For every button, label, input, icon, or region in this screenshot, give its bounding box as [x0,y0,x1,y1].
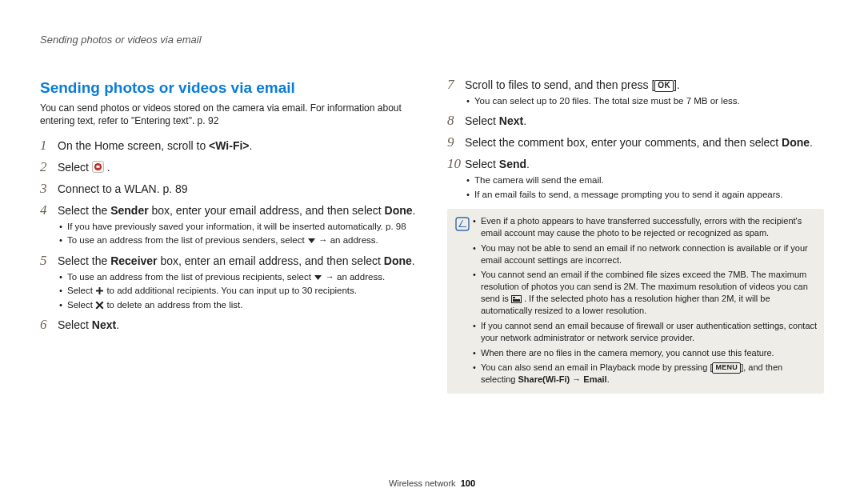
email-app-icon [92,161,104,173]
step-number: 10 [447,157,465,172]
note-item: You may not be able to send an email if … [473,242,819,266]
step-number: 6 [40,318,58,333]
page-number: 100 [461,478,475,488]
page-footer: Wireless network 100 [0,478,864,488]
sub-list: You can select up to 20 files. The total… [465,95,824,108]
note-box: Even if a photo appears to have transfer… [447,209,824,394]
note-item: If you cannot send an email because of f… [473,320,819,344]
two-column-layout: Sending photos or videos via email You c… [40,78,824,394]
step-number: 1 [40,138,58,154]
sub-item: To use an address from the list of previ… [58,271,417,284]
sub-item: If you have previously saved your inform… [58,221,417,234]
step-4: 4 Select the Sender box, enter your emai… [40,203,417,247]
note-list: Even if a photo appears to have transfer… [473,215,819,386]
x-icon [95,301,104,310]
step-number: 2 [40,160,58,175]
step-2: 2 Select . [40,160,417,175]
step-text: On the Home screen, scroll to <Wi-Fi>. [58,139,252,152]
step-text: Connect to a WLAN. p. 89 [58,182,188,195]
note-item: Even if a photo appears to have transfer… [473,215,819,239]
step-text: Select Next. [58,318,119,331]
ok-button-icon: OK [654,80,674,92]
sub-item: You can select up to 20 files. The total… [465,95,824,108]
sub-list: To use an address from the list of previ… [58,271,417,312]
chevron-down-icon [314,274,322,282]
sub-list: If you have previously saved your inform… [58,221,417,247]
step-1: 1 On the Home screen, scroll to <Wi-Fi>. [40,138,417,154]
section-title: Sending photos or videos via email [40,78,417,98]
manual-page: Sending photos or videos via email Sendi… [0,0,864,504]
intro-paragraph: You can send photos or videos stored on … [40,102,417,127]
step-3: 3 Connect to a WLAN. p. 89 [40,182,417,197]
right-column: 7 Scroll to files to send, and then pres… [447,78,824,394]
left-column: Sending photos or videos via email You c… [40,78,417,394]
step-number: 3 [40,182,58,197]
sub-item: If an email fails to send, a message pro… [465,189,824,202]
plus-icon [95,286,104,295]
running-head: Sending photos or videos via email [40,34,824,46]
step-text: Select . [58,161,110,174]
menu-button-icon: MENU [712,362,741,374]
note-item: When there are no files in the camera me… [473,347,819,359]
chevron-down-icon [307,237,316,245]
step-number: 5 [40,254,58,269]
video-resolution-icon [511,295,522,303]
svg-rect-5 [513,297,515,298]
svg-rect-2 [96,166,99,168]
note-item: You can also send an email in Playback m… [473,362,819,386]
step-6: 6 Select Next. [40,318,417,333]
step-text: Select the Receiver box, enter an email … [58,254,417,269]
sub-item: The camera will send the email. [465,174,824,187]
step-number: 7 [447,78,465,93]
step-text: Select Next. [465,114,526,127]
note-icon [452,215,473,386]
step-8: 8 Select Next. [447,114,824,129]
step-number: 9 [447,135,465,150]
note-item: You cannot send an email if the combined… [473,269,819,316]
step-5: 5 Select the Receiver box, enter an emai… [40,254,417,311]
step-text: Select the comment box, enter your comme… [465,136,813,149]
svg-rect-6 [513,299,520,302]
step-10: 10 Select Send. The camera will send the… [447,157,824,201]
step-text: Scroll to files to send, and then press … [465,78,824,93]
sub-list: The camera will send the email. If an em… [465,174,824,201]
step-7: 7 Scroll to files to send, and then pres… [447,78,824,107]
sub-item: Select to add additional recipients. You… [58,285,417,298]
step-number: 4 [40,203,58,218]
footer-section: Wireless network [389,478,456,488]
step-9: 9 Select the comment box, enter your com… [447,135,824,150]
sub-item: Select to delete an address from the lis… [58,299,417,312]
svg-rect-3 [456,218,469,230]
step-text: Select the Sender box, enter your email … [58,203,417,218]
step-text: Select Send. [465,157,824,172]
sub-item: To use an address from the list of previ… [58,234,417,247]
step-number: 8 [447,114,465,129]
